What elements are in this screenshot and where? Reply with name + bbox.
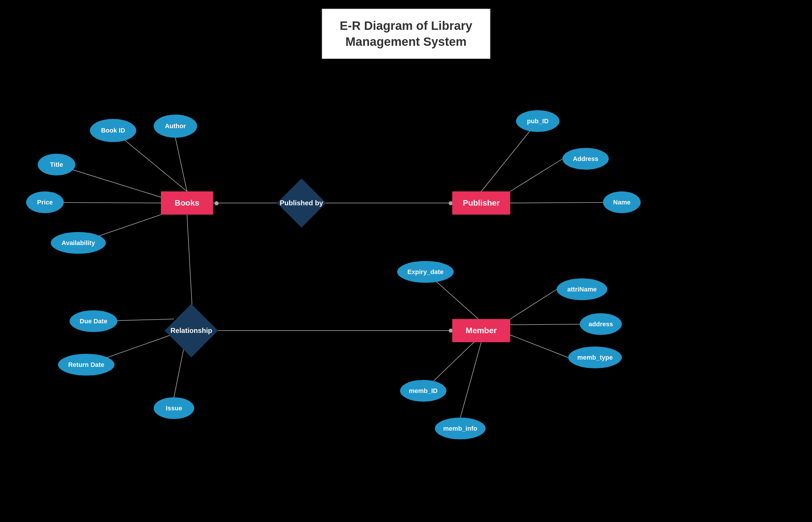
svg-line-18 [510, 335, 568, 358]
attribute-memb-type: memb_type [568, 346, 622, 368]
attribute-book-id: Book ID [90, 119, 136, 142]
attribute-name: Name [603, 192, 641, 213]
svg-line-17 [510, 324, 580, 325]
attribute-price: Price [26, 192, 64, 213]
entity-books: Books [161, 192, 213, 215]
attribute-pub-address: Address [562, 148, 609, 169]
svg-line-8 [510, 159, 562, 192]
svg-line-10 [187, 215, 193, 319]
entity-publisher: Publisher [452, 192, 510, 215]
attribute-due-date: Due Date [69, 310, 118, 332]
svg-line-9 [510, 202, 603, 203]
attribute-attri-name: attriName [557, 278, 607, 300]
svg-line-16 [510, 289, 557, 319]
attribute-title: Title [38, 154, 75, 176]
attribute-memb-id: memb_ID [400, 380, 446, 402]
connection-lines [0, 0, 812, 522]
attribute-pub-id: pub_ID [516, 110, 560, 132]
diagram-container: E-R Diagram of Library Management System… [0, 0, 812, 522]
attribute-author: Author [154, 115, 197, 138]
attribute-member-address: address [580, 313, 622, 335]
attribute-issue: Issue [154, 397, 194, 419]
entity-member: Member [452, 319, 510, 342]
svg-line-20 [460, 342, 481, 418]
attribute-memb-info: memb_info [435, 418, 485, 439]
attribute-return-date: Return Date [58, 354, 114, 376]
attribute-availability: Availability [51, 232, 106, 254]
attribute-expiry-date: Expiry_date [397, 261, 454, 283]
svg-line-7 [481, 121, 538, 192]
cardinality-books-pub [214, 201, 218, 205]
